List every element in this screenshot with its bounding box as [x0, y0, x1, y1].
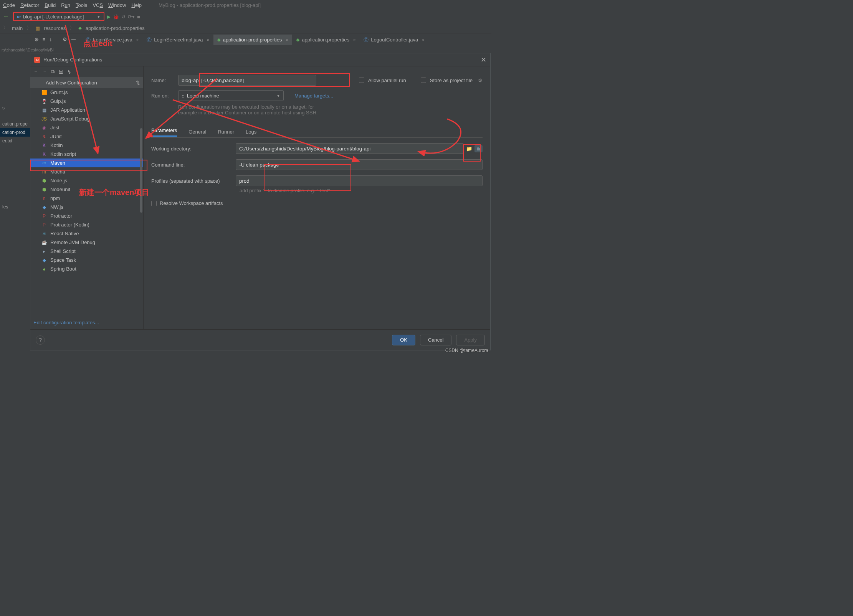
- menu-help[interactable]: Help: [131, 2, 142, 8]
- close-icon[interactable]: ×: [422, 38, 424, 42]
- cancel-button[interactable]: Cancel: [420, 335, 451, 345]
- config-type-label: JavaScript Debug: [50, 116, 90, 122]
- add-new-config-header: Add New Configuration ⇅: [30, 77, 143, 88]
- gear-icon[interactable]: ⚙: [63, 36, 67, 43]
- allow-parallel-label: Allow parallel run: [368, 78, 406, 83]
- tab-logs[interactable]: Logs: [246, 129, 256, 135]
- ok-button[interactable]: OK: [392, 335, 415, 345]
- scrollbar[interactable]: [140, 128, 142, 213]
- working-dir-input[interactable]: [236, 143, 464, 154]
- config-side-panel: ＋ － ⧉ 🖫 ↯ Add New Configuration ⇅ 🟧Grunt…: [30, 66, 144, 329]
- nav-back-icon[interactable]: ←: [3, 13, 9, 20]
- config-type-label: Maven: [50, 160, 65, 166]
- config-type-icon: ◆: [41, 257, 47, 263]
- close-icon[interactable]: ×: [286, 38, 288, 42]
- apply-button[interactable]: Apply: [456, 335, 485, 345]
- config-type-list[interactable]: 🟧Grunt.js🍷Gulp.js▦JAR ApplicationJSJavaS…: [30, 88, 143, 316]
- config-type-maven[interactable]: mMaven: [30, 159, 143, 167]
- name-input[interactable]: [178, 75, 316, 86]
- cmd-input[interactable]: [236, 159, 483, 170]
- folder-icon[interactable]: 📁: [466, 146, 472, 152]
- config-type-icon: P: [41, 222, 47, 228]
- tab-logoutcontroller[interactable]: ⒸLogoutController.java×: [360, 35, 428, 45]
- config-type-shell-script[interactable]: ▸Shell Script: [30, 247, 143, 256]
- config-type-javascript-debug[interactable]: JSJavaScript Debug: [30, 114, 143, 123]
- tab-app[interactable]: ♣application.properties×: [293, 35, 360, 45]
- config-type-label: Protractor: [50, 213, 72, 219]
- config-type-kotlin[interactable]: KKotlin: [30, 141, 143, 150]
- tab-app-prod[interactable]: ♣application-prod.properties×: [213, 35, 292, 45]
- store-project-checkbox[interactable]: [421, 78, 426, 83]
- profiles-input[interactable]: [236, 175, 483, 186]
- run-config-selector[interactable]: m blog-api [-U,clean,package] ▼: [13, 12, 104, 21]
- config-type-jar-application[interactable]: ▦JAR Application: [30, 106, 143, 114]
- copy-icon[interactable]: ⧉: [51, 69, 55, 75]
- remove-icon[interactable]: －: [42, 68, 47, 75]
- coverage-icon[interactable]: ↺: [121, 14, 126, 20]
- bc-file[interactable]: application-prod.properties: [86, 25, 145, 31]
- file-item[interactable]: er.txt: [0, 137, 31, 145]
- menu-code[interactable]: Code: [3, 2, 15, 8]
- config-type-npm[interactable]: nnpm: [30, 194, 143, 203]
- close-icon[interactable]: ✕: [481, 56, 486, 64]
- config-type-node-js[interactable]: ⬢Node.js: [30, 176, 143, 185]
- config-type-nw-js[interactable]: ◆NW.js: [30, 203, 143, 211]
- config-type-spring-boot[interactable]: ♠Spring Boot: [30, 264, 143, 273]
- config-type-grunt-js[interactable]: 🟧Grunt.js: [30, 88, 143, 97]
- add-icon[interactable]: ＋: [33, 68, 38, 75]
- gear-icon[interactable]: ⚙: [478, 78, 483, 83]
- config-type-kotlin-script[interactable]: KKotlin script: [30, 150, 143, 159]
- bc-resources[interactable]: resources: [44, 25, 66, 31]
- menu-refactor[interactable]: Refactor: [20, 2, 39, 8]
- tree-icon[interactable]: ↯: [67, 69, 71, 75]
- close-icon[interactable]: ×: [353, 38, 355, 42]
- tab-loginservice[interactable]: ⒸLoginService.java×: [82, 35, 142, 45]
- config-type-react-native[interactable]: ⚛React Native: [30, 229, 143, 238]
- tab-general[interactable]: General: [188, 129, 206, 135]
- sort-icon[interactable]: ↓: [50, 36, 52, 43]
- config-type-label: Gulp.js: [50, 98, 66, 104]
- config-type-protractor[interactable]: PProtractor: [30, 211, 143, 220]
- manage-targets-link[interactable]: Manage targets...: [294, 93, 333, 99]
- profile-icon[interactable]: ⟳▾: [128, 14, 135, 20]
- filter-icon[interactable]: ≡: [43, 36, 46, 43]
- edit-templates-link[interactable]: Edit configuration templates...: [30, 316, 143, 329]
- browse-folder-icon[interactable]: 🖿: [474, 145, 483, 152]
- config-type-icon: m: [41, 169, 47, 175]
- bc-main[interactable]: main: [12, 25, 23, 31]
- menu-build[interactable]: Build: [45, 2, 56, 8]
- save-icon[interactable]: 🖫: [58, 69, 63, 75]
- expand-icon[interactable]: ⇅: [136, 80, 140, 86]
- menu-window[interactable]: Window: [108, 2, 126, 8]
- tab-loginserviceimpl[interactable]: ⒸLoginServiceImpl.java×: [143, 35, 213, 45]
- help-icon[interactable]: ?: [36, 335, 45, 345]
- working-dir-label: Working directory:: [151, 146, 236, 152]
- config-type-junit[interactable]: ↯JUnit: [30, 132, 143, 141]
- close-icon[interactable]: ×: [207, 38, 209, 42]
- menu-vcs[interactable]: VCS: [93, 2, 103, 8]
- config-type-jest[interactable]: ◉Jest: [30, 123, 143, 132]
- menu-tools[interactable]: Tools: [76, 2, 87, 8]
- file-item[interactable]: cation.prope: [0, 120, 31, 128]
- allow-parallel-checkbox[interactable]: [359, 78, 364, 83]
- run-icon[interactable]: ▶: [107, 14, 111, 20]
- menu-run[interactable]: Run: [61, 2, 70, 8]
- tab-parameters[interactable]: Parameters: [151, 127, 177, 137]
- collapse-icon[interactable]: 一: [71, 36, 76, 43]
- config-type-gulp-js[interactable]: 🍷Gulp.js: [30, 97, 143, 106]
- config-type-remote-jvm-debug[interactable]: ☕Remote JVM Debug: [30, 238, 143, 247]
- close-icon[interactable]: ×: [136, 38, 139, 42]
- target-icon[interactable]: ⊕: [35, 36, 39, 43]
- config-type-protractor-kotlin-[interactable]: PProtractor (Kotlin): [30, 220, 143, 229]
- debug-icon[interactable]: 🐞: [113, 14, 119, 20]
- config-type-space-task[interactable]: ◆Space Task: [30, 256, 143, 264]
- file-item-selected[interactable]: cation-prod: [0, 128, 31, 137]
- stop-icon[interactable]: ■: [137, 14, 140, 20]
- config-type-mocha[interactable]: mMocha: [30, 167, 143, 176]
- config-type-nodeunit[interactable]: ⬢Nodeunit: [30, 185, 143, 194]
- run-on-dropdown[interactable]: ⌂ Local machine ▼: [178, 90, 284, 101]
- resolve-artifacts-checkbox[interactable]: [151, 201, 157, 206]
- dialog-titlebar: IJ Run/Debug Configurations ✕: [30, 53, 490, 66]
- tab-runner[interactable]: Runner: [218, 129, 234, 135]
- config-type-label: Shell Script: [50, 248, 76, 254]
